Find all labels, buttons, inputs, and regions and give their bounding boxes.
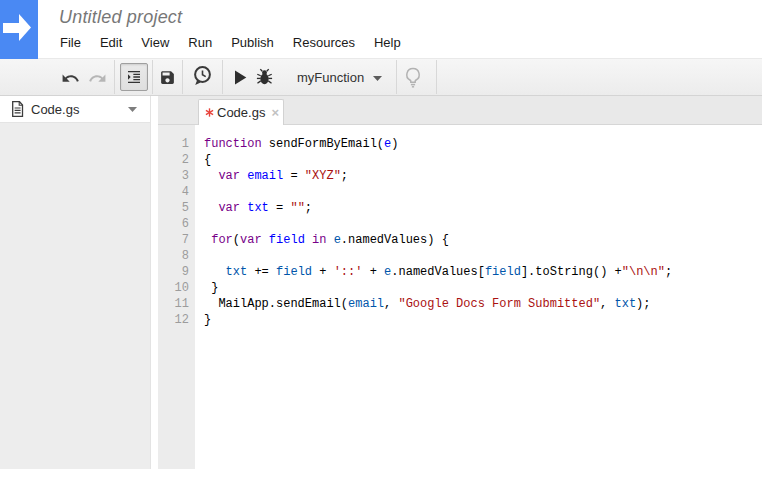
line-number: 10 [158,280,195,296]
function-selector-value: myFunction [286,70,364,85]
redo-icon [88,69,107,88]
line-number: 6 [158,216,195,232]
toolbar-separator [182,60,183,94]
code-line-4[interactable] [195,184,762,200]
code-line-10[interactable]: } [195,280,762,296]
line-number: 7 [158,232,195,248]
editor-region: Code.gs × 123456789101112 function sendF… [158,96,762,469]
apps-script-logo[interactable] [0,0,38,59]
apps-script-editor-window: Untitled project FileEditViewRunPublishR… [0,0,762,479]
debug-button[interactable] [254,66,274,87]
code-line-2[interactable]: { [195,152,762,168]
tab-close-icon[interactable]: × [271,108,279,118]
undo-button[interactable] [60,68,80,88]
file-icon [11,101,24,117]
project-title[interactable]: Untitled project [59,7,182,28]
files-sidebar: Code.gs [0,96,151,469]
sidebar-splitter[interactable] [151,96,158,469]
lightbulb-icon [404,67,422,88]
menu-item-resources[interactable]: Resources [293,35,355,50]
code-line-11[interactable]: MailApp.sendEmail(email, "Google Docs Fo… [195,296,762,312]
toolbar-separator [152,60,153,94]
code-line-1[interactable]: function sendFormByEmail(e) [195,136,762,152]
play-icon [232,69,248,86]
indent-icon [126,69,142,85]
save-button[interactable] [158,68,177,87]
chevron-down-icon [373,76,382,81]
line-number: 12 [158,312,195,328]
code-editor: 123456789101112 function sendFormByEmail… [158,125,762,469]
tab-code-gs[interactable]: Code.gs × [198,99,284,125]
line-number: 5 [158,200,195,216]
code-line-7[interactable]: for(var field in e.namedValues) { [195,232,762,248]
line-number: 9 [158,264,195,280]
line-number: 1 [158,136,195,152]
line-number: 4 [158,184,195,200]
toolbar: myFunction [0,58,762,96]
menu-item-run[interactable]: Run [188,35,212,50]
code-line-12[interactable]: } [195,312,762,328]
menubar: FileEditViewRunPublishResourcesHelp [60,35,401,50]
header: Untitled project FileEditViewRunPublishR… [0,0,762,58]
undo-icon [61,69,80,88]
save-icon [159,69,176,86]
unsaved-asterisk-icon [205,108,214,117]
arrow-logo-icon [0,0,38,59]
menu-item-help[interactable]: Help [374,35,401,50]
code-line-3[interactable]: var email = "XYZ"; [195,168,762,184]
function-selector[interactable]: myFunction [286,60,396,95]
hint-button[interactable] [403,66,422,88]
line-number-gutter: 123456789101112 [158,125,195,469]
menu-item-file[interactable]: File [60,35,81,50]
file-menu-caret-icon[interactable] [128,107,137,112]
menu-item-publish[interactable]: Publish [231,35,274,50]
run-button[interactable] [231,68,249,86]
toolbar-separator [436,60,437,94]
code-line-6[interactable] [195,216,762,232]
line-number: 11 [158,296,195,312]
sidebar-item-code-gs[interactable]: Code.gs [0,96,150,123]
toolbar-separator [114,60,115,94]
tab-strip: Code.gs × [158,96,762,125]
main-area: Code.gs Code.gs × [0,96,762,469]
code-line-8[interactable] [195,248,762,264]
redo-button[interactable] [87,68,107,88]
toolbar-separator [396,60,397,94]
code-line-9[interactable]: txt += field + '::' + e.namedValues[fiel… [195,264,762,280]
line-number: 8 [158,248,195,264]
code-line-5[interactable]: var txt = ""; [195,200,762,216]
project-history-button[interactable] [192,65,213,88]
line-number: 2 [158,152,195,168]
line-number: 3 [158,168,195,184]
tab-label: Code.gs [217,105,265,120]
history-clock-icon [192,65,213,88]
indent-button[interactable] [120,63,148,91]
code-area[interactable]: function sendFormByEmail(e){ var email =… [195,125,762,469]
file-name: Code.gs [31,102,79,117]
toolbar-separator [222,60,223,94]
menu-item-view[interactable]: View [141,35,169,50]
bug-icon [255,67,274,87]
menu-item-edit[interactable]: Edit [100,35,122,50]
